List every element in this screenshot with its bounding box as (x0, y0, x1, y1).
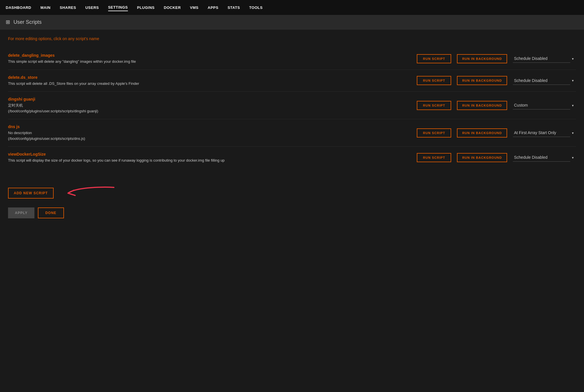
schedule-wrapper-4: Schedule Disabled At Startup Of Array At… (513, 153, 576, 162)
nav-apps[interactable]: APPS (208, 4, 218, 11)
script-desc-dingshi: 定时关机 (/boot/config/plugins/user.scripts/… (8, 103, 411, 114)
script-desc-view-docker: This script will display the size of you… (8, 158, 411, 163)
script-name-view-docker[interactable]: viewDockerLogSize (8, 152, 411, 156)
page-title: User Scripts (13, 19, 42, 25)
run-background-button-2[interactable]: RUN IN BACKGROUND (457, 101, 507, 110)
nav-dashboard[interactable]: DASHBOARD (6, 4, 31, 11)
run-background-button-4[interactable]: RUN IN BACKGROUND (457, 153, 507, 162)
add-script-row: ADD NEW SCRIPT (8, 185, 576, 202)
bottom-area: ADD NEW SCRIPT APPLY DONE (0, 175, 584, 225)
script-name-delete-ds-store[interactable]: delete.ds_store (8, 75, 411, 80)
schedule-select-4[interactable]: Schedule Disabled At Startup Of Array At… (513, 153, 570, 162)
nav-stats[interactable]: STATS (227, 4, 240, 11)
script-row: dingshi guanji 定时关机 (/boot/config/plugin… (8, 92, 576, 119)
nav-users[interactable]: USERS (85, 4, 99, 11)
script-info-delete-dangling: delete_dangling_images This simple scrip… (8, 53, 411, 64)
scripts-table: delete_dangling_images This simple scrip… (8, 48, 576, 168)
arrow-indicator (59, 185, 117, 202)
nav-shares[interactable]: SHARES (60, 4, 76, 11)
run-script-button-3[interactable]: RUN SCRIPT (417, 128, 451, 138)
script-row: delete.ds_store This script will delete … (8, 70, 576, 92)
edit-hint: For more editing options, click on any s… (8, 36, 576, 41)
script-info-dns-js: dns js No description (/boot/config/plug… (8, 124, 411, 141)
action-buttons: APPLY DONE (8, 207, 576, 218)
add-new-script-button[interactable]: ADD NEW SCRIPT (8, 188, 54, 199)
script-name-delete-dangling[interactable]: delete_dangling_images (8, 53, 411, 58)
schedule-select-3[interactable]: Schedule Disabled At Startup Of Array At… (513, 129, 570, 137)
script-desc-delete-ds-store: This script will delete all .DS_Store fi… (8, 81, 411, 87)
script-row: viewDockerLogSize This script will displ… (8, 147, 576, 168)
run-background-button-0[interactable]: RUN IN BACKGROUND (457, 54, 507, 63)
run-background-button-1[interactable]: RUN IN BACKGROUND (457, 76, 507, 85)
schedule-wrapper-3: Schedule Disabled At Startup Of Array At… (513, 129, 576, 137)
done-button[interactable]: DONE (38, 207, 64, 218)
nav-plugins[interactable]: PLUGINS (137, 4, 155, 11)
run-script-button-2[interactable]: RUN SCRIPT (417, 101, 451, 110)
script-row: dns js No description (/boot/config/plug… (8, 119, 576, 147)
script-desc-dns-js: No description (/boot/config/plugins/use… (8, 130, 411, 141)
schedule-select-2[interactable]: Schedule Disabled At Startup Of Array At… (513, 101, 570, 109)
script-name-dingshi[interactable]: dingshi guanji (8, 97, 411, 101)
nav-docker[interactable]: DOCKER (164, 4, 181, 11)
script-desc-delete-dangling: This simple script will delete any "dang… (8, 59, 411, 64)
top-navigation: DASHBOARD MAIN SHARES USERS SETTINGS PLU… (0, 0, 584, 15)
run-script-button-0[interactable]: RUN SCRIPT (417, 54, 451, 63)
script-row: delete_dangling_images This simple scrip… (8, 48, 576, 70)
run-background-button-3[interactable]: RUN IN BACKGROUND (457, 128, 507, 138)
script-info-view-docker: viewDockerLogSize This script will displ… (8, 152, 411, 163)
schedule-wrapper-2: Schedule Disabled At Startup Of Array At… (513, 101, 576, 109)
page-header: ⊞ User Scripts (0, 15, 584, 30)
apply-button[interactable]: APPLY (8, 207, 34, 218)
script-info-delete-ds-store: delete.ds_store This script will delete … (8, 75, 411, 87)
script-name-dns-js[interactable]: dns js (8, 124, 411, 129)
run-script-button-1[interactable]: RUN SCRIPT (417, 76, 451, 85)
nav-vms[interactable]: VMS (190, 4, 198, 11)
grid-icon: ⊞ (6, 19, 10, 25)
nav-main[interactable]: MAIN (40, 4, 50, 11)
schedule-wrapper-0: Schedule Disabled At Startup Of Array At… (513, 54, 576, 63)
main-content: For more editing options, click on any s… (0, 30, 584, 175)
run-script-button-4[interactable]: RUN SCRIPT (417, 153, 451, 162)
schedule-select-0[interactable]: Schedule Disabled At Startup Of Array At… (513, 54, 570, 63)
schedule-select-1[interactable]: Schedule Disabled At Startup Of Array At… (513, 77, 570, 85)
schedule-wrapper-1: Schedule Disabled At Startup Of Array At… (513, 77, 576, 85)
script-info-dingshi: dingshi guanji 定时关机 (/boot/config/plugin… (8, 97, 411, 114)
nav-tools[interactable]: TOOLS (249, 4, 263, 11)
nav-settings[interactable]: SETTINGS (108, 4, 128, 11)
